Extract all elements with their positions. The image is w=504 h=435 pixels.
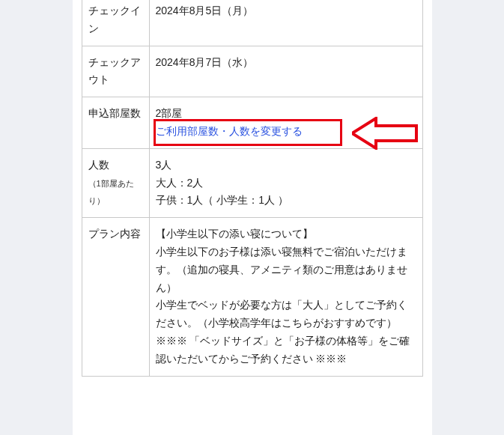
table-row: チェックイン 2024年8月5日（月） [82, 0, 422, 46]
checkout-value: 2024年8月7日（水） [149, 46, 422, 97]
booking-details-table: チェックイン 2024年8月5日（月） チェックアウト 2024年8月7日（水）… [82, 0, 423, 377]
people-cell: 3人 大人：2人 子供：1人（ 小学生：1人 ） [149, 148, 422, 217]
plan-label: プラン内容 [82, 218, 149, 376]
table-row: 人数 （1部屋あたり） 3人 大人：2人 子供：1人（ 小学生：1人 ） [82, 148, 422, 217]
rooms-value: 2部屋 [156, 107, 183, 119]
people-adults: 大人：2人 [156, 177, 204, 189]
people-label: 人数 [88, 159, 109, 171]
checkin-label: チェックイン [82, 0, 149, 46]
change-rooms-people-link[interactable]: ご利用部屋数・人数を変更する [156, 125, 303, 137]
people-per-room-note: （1部屋あたり） [88, 179, 134, 206]
checkin-value: 2024年8月5日（月） [149, 0, 422, 46]
table-row: 申込部屋数 2部屋 ご利用部屋数・人数を変更する [82, 97, 422, 149]
people-label-cell: 人数 （1部屋あたり） [82, 148, 149, 217]
people-total: 3人 [156, 159, 172, 171]
table-row: プラン内容 【小学生以下の添い寝について】小学生以下のお子様は添い寝無料でご宿泊… [82, 218, 422, 376]
checkout-label: チェックアウト [82, 46, 149, 97]
rooms-cell: 2部屋 ご利用部屋数・人数を変更する [149, 97, 422, 149]
people-children: 子供：1人（ 小学生：1人 ） [156, 194, 288, 206]
plan-content: 【小学生以下の添い寝について】小学生以下のお子様は添い寝無料でご宿泊いただけます… [149, 218, 422, 376]
table-row: チェックアウト 2024年8月7日（水） [82, 46, 422, 97]
rooms-label: 申込部屋数 [82, 97, 149, 149]
